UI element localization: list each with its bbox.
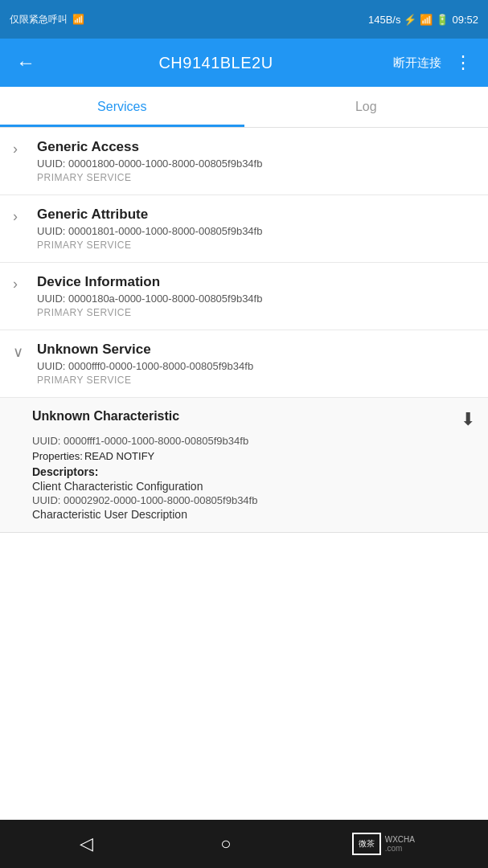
app-bar-title: CH9141BLE2U [48, 54, 383, 72]
time-display: 09:52 [452, 14, 478, 26]
bottom-nav: ◁ ○ 微茶 WXCHA .com [0, 820, 488, 868]
brand-logo: 微茶 WXCHA .com [352, 833, 415, 855]
bluetooth-icon: ⚡ [404, 14, 416, 26]
char-cut-text: Characteristic User Description [32, 508, 475, 521]
status-bar-right: 145B/s ⚡ 📶 🔋 09:52 [368, 14, 478, 26]
characteristic-section: Unknown Characteristic ⬇ UUID: 0000fff1-… [0, 398, 488, 533]
status-bar-left: 仅限紧急呼叫 📶 [10, 13, 84, 27]
brand-icon-box: 微茶 [352, 833, 381, 855]
char-name: Unknown Characteristic [32, 409, 179, 424]
service-item-generic-attribute[interactable]: › Generic Attribute UUID: 00001801-0000-… [0, 195, 488, 263]
char-properties: Properties:READ NOTIFY [32, 450, 475, 462]
service-name: Generic Attribute [37, 207, 475, 223]
char-header: Unknown Characteristic ⬇ [32, 409, 475, 430]
service-content-unknown-service: Unknown Service UUID: 0000fff0-0000-1000… [37, 342, 475, 386]
chevron-down-icon: ∨ [13, 343, 29, 361]
service-type: PRIMARY SERVICE [37, 172, 475, 183]
char-uuid: UUID: 0000fff1-0000-1000-8000-00805f9b34… [32, 435, 475, 447]
service-name: Device Information [37, 274, 475, 290]
service-type: PRIMARY SERVICE [37, 375, 475, 386]
descriptors-label: Descriptors: [32, 465, 475, 478]
home-nav-button[interactable]: ○ [214, 827, 237, 861]
network-speed: 145B/s [368, 14, 400, 26]
chevron-right-icon: › [13, 141, 29, 158]
service-item-unknown-service[interactable]: ∨ Unknown Service UUID: 0000fff0-0000-10… [0, 330, 488, 398]
back-button[interactable]: ← [13, 48, 39, 77]
service-item-device-information[interactable]: › Device Information UUID: 0000180a-0000… [0, 263, 488, 330]
service-item-generic-access[interactable]: › Generic Access UUID: 00001800-0000-100… [0, 128, 488, 195]
battery-icon: 🔋 [436, 14, 449, 26]
descriptor-uuid: UUID: 00002902-0000-1000-8000-00805f9b34… [32, 494, 475, 506]
service-uuid: UUID: 00001800-0000-1000-8000-00805f9b34… [37, 158, 475, 170]
menu-button[interactable]: ⋮ [451, 49, 475, 76]
service-type: PRIMARY SERVICE [37, 240, 475, 251]
service-name: Generic Access [37, 139, 475, 155]
chevron-right-icon: › [13, 276, 29, 293]
emergency-call-text: 仅限紧急呼叫 [10, 13, 68, 27]
tab-services[interactable]: Services [0, 87, 244, 127]
properties-label: Properties: [32, 450, 83, 462]
back-nav-button[interactable]: ◁ [73, 827, 100, 861]
wifi-icon: 📶 [420, 14, 433, 26]
tabs: Services Log [0, 87, 488, 128]
status-bar: 仅限紧急呼叫 📶 145B/s ⚡ 📶 🔋 09:52 [0, 0, 488, 39]
tab-log[interactable]: Log [244, 87, 489, 127]
download-icon[interactable]: ⬇ [461, 409, 475, 430]
service-content-generic-access: Generic Access UUID: 00001800-0000-1000-… [37, 139, 475, 183]
chevron-right-icon: › [13, 208, 29, 225]
service-uuid: UUID: 0000180a-0000-1000-8000-00805f9b34… [37, 293, 475, 305]
brand-wxcha: WXCHA [385, 835, 415, 844]
service-content-device-information: Device Information UUID: 0000180a-0000-1… [37, 274, 475, 318]
disconnect-button[interactable]: 断开连接 [393, 55, 441, 71]
signal-icon: 📶 [72, 14, 84, 25]
service-name: Unknown Service [37, 342, 475, 358]
service-uuid: UUID: 0000fff0-0000-1000-8000-00805f9b34… [37, 360, 475, 372]
service-type: PRIMARY SERVICE [37, 307, 475, 318]
service-uuid: UUID: 00001801-0000-1000-8000-00805f9b34… [37, 225, 475, 237]
descriptor-name: Client Characteristic Configuration [32, 480, 475, 493]
brand-dot-com: .com [385, 844, 415, 853]
services-list: › Generic Access UUID: 00001800-0000-100… [0, 128, 488, 820]
app-bar: ← CH9141BLE2U 断开连接 ⋮ [0, 39, 488, 87]
service-content-generic-attribute: Generic Attribute UUID: 00001801-0000-10… [37, 207, 475, 251]
properties-value: READ NOTIFY [84, 450, 154, 462]
